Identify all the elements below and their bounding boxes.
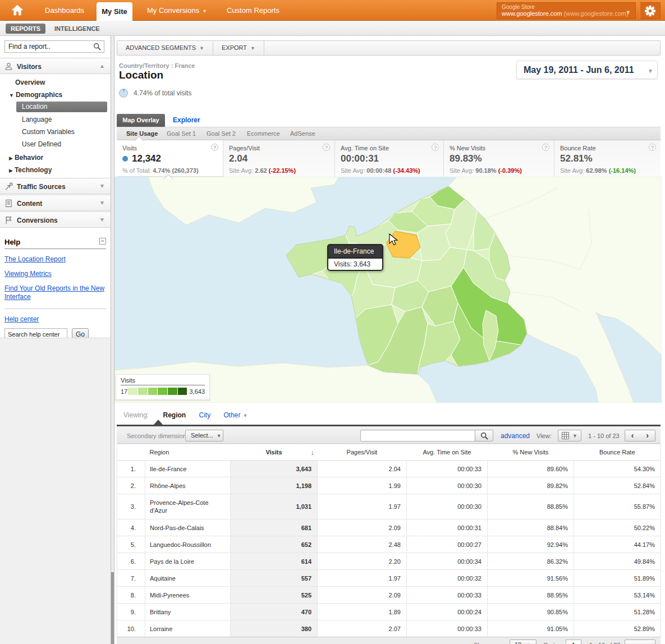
sidebar-section-visitors[interactable]: Visitors ▲ — [0, 58, 111, 74]
legend-swatch — [168, 388, 177, 395]
nav-custom-reports[interactable]: Custom Reports — [227, 0, 279, 21]
sort-desc-icon[interactable]: ↓ — [311, 449, 314, 457]
sidebar-item-custom-variables[interactable]: Custom Variables — [22, 128, 75, 136]
legend-swatch — [138, 388, 148, 395]
table-row[interactable]: 3. Provence-Alpes-Cote d'Azur 1,031 1.97… — [117, 494, 661, 519]
geo-map[interactable]: Ile-de-France Visits: 3,643 Visits 17 3,… — [114, 177, 662, 403]
help-icon[interactable]: ? — [211, 144, 218, 151]
table-row[interactable]: 10. Lorraine 380 2.07 00:00:33 91.05% 52… — [117, 620, 661, 637]
settings-button[interactable] — [640, 2, 661, 19]
sidebar-item-location-selected[interactable]: Location — [16, 102, 107, 112]
table-view-selector[interactable]: ▼ — [558, 430, 581, 441]
chevron-down-icon: ▼ — [648, 68, 653, 74]
col-header-region[interactable]: Region — [145, 444, 231, 461]
active-viewing-pointer — [154, 420, 163, 425]
col-header-avg-time[interactable]: Avg. Time on Site — [407, 444, 488, 461]
footer-next-page-button[interactable]: › — [640, 640, 655, 644]
sidebar-section-traffic-sources[interactable]: Traffic Sources ▼ — [0, 178, 111, 194]
help-link-old-reports[interactable]: Find Your Old Reports in the New Interfa… — [4, 284, 106, 301]
subtab-goal-set-1[interactable]: Goal Set 1 — [167, 127, 196, 140]
collapse-minus-icon[interactable]: − — [99, 238, 106, 245]
find-report-input[interactable] — [4, 40, 104, 53]
tab-reports[interactable]: REPORTS — [6, 24, 45, 34]
tab-map-overlay-active[interactable]: Map Overlay — [117, 114, 165, 127]
date-range-text: May 19, 2011 - Jun 6, 2011 — [524, 65, 634, 75]
tab-intelligence[interactable]: INTELLIGENCE — [54, 24, 100, 34]
help-icon[interactable]: ? — [649, 144, 656, 151]
nav-my-conversions[interactable]: My Conversions▼ — [147, 0, 207, 21]
secondary-dimension-label: Secondary dimension: — [127, 433, 188, 439]
table-row[interactable]: 5. Languedoc-Roussillon 652 2.48 00:00:2… — [117, 536, 661, 553]
series-dot-icon — [122, 156, 128, 162]
help-link-viewing-metrics[interactable]: Viewing Metrics — [4, 270, 106, 278]
sidebar-section-conversions[interactable]: Conversions ▼ — [0, 211, 111, 228]
sidebar-section-content[interactable]: Content ▼ — [0, 195, 111, 211]
viewing-city[interactable]: City — [199, 411, 211, 419]
export-button[interactable]: EXPORT▼ — [213, 41, 264, 55]
account-name: Google Store — [502, 4, 631, 10]
scrollbar-thumb[interactable] — [111, 572, 114, 644]
secondary-dimension-select[interactable]: Select...▼ — [185, 430, 223, 441]
subtab-goal-set-2[interactable]: Goal Set 2 — [207, 127, 236, 140]
grid-view-icon — [562, 432, 569, 439]
sidebar-item-behavior[interactable]: ▶Behavior — [9, 154, 43, 162]
goto-page-input[interactable] — [566, 640, 581, 644]
viewing-other[interactable]: Other▼ — [224, 411, 248, 419]
metric-pages-visit: Pages/Visit 2.04 Site Avg: 2.62 (-22.15%… — [223, 140, 334, 177]
nav-dashboards[interactable]: Dashboards — [45, 0, 84, 21]
sidebar-empty-area — [0, 338, 111, 644]
advanced-segments-button[interactable]: ADVANCED SEGMENTS▼ — [117, 41, 213, 55]
help-icon[interactable]: ? — [323, 144, 330, 151]
triangle-down-icon: ▼ — [9, 93, 14, 98]
table-search-input[interactable] — [360, 430, 475, 441]
date-range-selector[interactable]: May 19, 2011 - Jun 6, 2011 ▼ — [516, 61, 658, 79]
help-title: Help − — [4, 238, 106, 249]
pane-divider-scrollbar[interactable] — [111, 36, 114, 644]
account-selector[interactable]: Google Store www.googlestore.com (www.go… — [497, 2, 636, 19]
table-row[interactable]: 7. Aquitaine 557 1.97 00:00:32 91.56% 51… — [117, 570, 661, 587]
prev-page-button[interactable]: ‹ — [625, 430, 640, 441]
traffic-sources-icon — [4, 182, 13, 192]
footer-prev-page-button[interactable]: ‹ — [625, 640, 640, 644]
tab-explorer[interactable]: Explorer — [173, 116, 200, 124]
sidebar-item-language[interactable]: Language — [22, 116, 52, 123]
total-visits-row: 4.74% of total visits — [119, 89, 191, 98]
advanced-search-link[interactable]: advanced — [501, 432, 530, 440]
sidebar-item-demographics[interactable]: ▼Demographics — [9, 91, 62, 99]
subtab-ecommerce[interactable]: Ecommerce — [247, 127, 280, 140]
sidebar-item-technology[interactable]: ▶Technology — [9, 166, 52, 174]
table-row[interactable]: 4. Nord-Pas-de-Calais 681 2.09 00:00:31 … — [117, 519, 661, 536]
chevron-down-icon: ▼ — [250, 45, 255, 51]
table-search-button[interactable] — [475, 430, 493, 441]
scorecard: Visits 12,342 % of Total: 4.74% (260,373… — [117, 140, 661, 177]
legend-swatch — [178, 388, 187, 395]
viewing-switcher: Viewing: Region City Other▼ — [117, 406, 247, 425]
table-row[interactable]: 8. Midi-Pyrenees 525 2.09 00:00:33 88.95… — [117, 587, 661, 604]
nav-my-site-active-tab[interactable]: My Site — [97, 2, 132, 21]
col-header-pages-visit[interactable]: Pages/Visit — [318, 444, 407, 461]
table-row[interactable]: 2. Rhône-Alpes 1,198 1.99 00:00:30 89.82… — [117, 477, 661, 494]
col-header-visits[interactable]: Visits↓ — [231, 444, 318, 461]
account-profile: www.googlestore.com (www.googlestore.com… — [502, 10, 631, 17]
search-icon[interactable] — [93, 43, 101, 52]
help-link-location-report[interactable]: The Location Report — [4, 255, 106, 264]
top-navigation-bar: Dashboards My Site My Conversions▼ Custo… — [0, 0, 665, 21]
col-header-new-visits[interactable]: % New Visits — [488, 444, 574, 461]
home-icon[interactable] — [11, 4, 26, 17]
table-header-row: Region Visits↓ Pages/Visit Avg. Time on … — [117, 444, 661, 461]
legend-swatch — [158, 388, 167, 395]
next-page-button[interactable]: › — [640, 430, 655, 441]
sidebar-item-overview[interactable]: Overview — [15, 79, 45, 86]
table-row[interactable]: 1. Ile-de-France 3,643 2.04 00:00:33 89.… — [117, 461, 661, 477]
sidebar-item-user-defined[interactable]: User Defined — [22, 140, 61, 148]
show-rows-select[interactable]: 10▼ — [510, 640, 536, 644]
col-header-bounce-rate[interactable]: Bounce Rate — [574, 444, 661, 461]
help-center-link[interactable]: Help center — [4, 315, 106, 324]
table-row[interactable]: 6. Pays de la Loire 614 2.20 00:00:34 86… — [117, 553, 661, 570]
help-icon[interactable]: ? — [432, 144, 439, 151]
viewing-region-active[interactable]: Region — [163, 411, 186, 419]
help-icon[interactable]: ? — [542, 144, 549, 151]
table-row[interactable]: 9. Brittany 470 1.89 00:00:24 90.85% 51.… — [117, 604, 661, 620]
subtab-adsense[interactable]: AdSense — [290, 127, 315, 140]
show-rows-label: Show rows: — [474, 642, 506, 644]
